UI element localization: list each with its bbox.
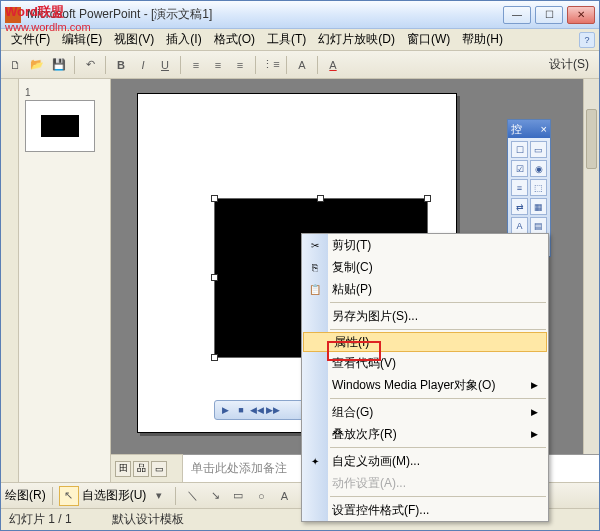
close-button[interactable]: ✕ [567, 6, 595, 24]
menu-view[interactable]: 视图(V) [108, 29, 160, 50]
scrollbar-thumb[interactable] [586, 109, 597, 169]
italic-icon[interactable]: I [133, 55, 153, 75]
stop-icon[interactable]: ■ [235, 404, 247, 416]
design-button[interactable]: 设计(S) [543, 54, 595, 75]
menu-file[interactable]: 文件(F) [5, 29, 56, 50]
ctx-view-code[interactable]: 查看代码(V) [302, 352, 548, 374]
menu-slideshow[interactable]: 幻灯片放映(D) [312, 29, 401, 50]
autoshapes-menu[interactable]: 自选图形(U) [82, 487, 147, 504]
open-icon[interactable]: 📂 [27, 55, 47, 75]
ctrl-btn-6[interactable]: ⇄ [511, 198, 528, 215]
save-icon[interactable]: 💾 [49, 55, 69, 75]
ctrl-btn-9[interactable]: ▤ [530, 217, 547, 234]
ctx-properties[interactable]: 属性(I) [303, 332, 547, 352]
bullets-icon[interactable]: ⋮≡ [261, 55, 281, 75]
ctx-custom-animation[interactable]: ✦自定义动画(M)... [302, 450, 548, 472]
ctx-separator [330, 496, 546, 497]
separator [105, 56, 106, 74]
ctx-format-control[interactable]: 设置控件格式(F)... [302, 499, 548, 521]
oval-icon[interactable]: ○ [251, 486, 271, 506]
ctx-wmp-object[interactable]: Windows Media Player对象(O)▶ [302, 374, 548, 396]
resize-handle-ml[interactable] [211, 274, 218, 281]
ctx-paste[interactable]: 📋粘贴(P) [302, 278, 548, 300]
ctrl-btn-5[interactable]: ⬚ [530, 179, 547, 196]
slide-number: 1 [25, 87, 104, 98]
ctx-order[interactable]: 叠放次序(R)▶ [302, 423, 548, 445]
new-icon[interactable]: 🗋 [5, 55, 25, 75]
window-title: Microsoft PowerPoint - [演示文稿1] [27, 6, 503, 23]
template-name: 默认设计模板 [112, 511, 184, 528]
underline-icon[interactable]: U [155, 55, 175, 75]
ctx-copy[interactable]: ⎘复制(C) [302, 256, 548, 278]
ctx-separator [330, 302, 546, 303]
bold-icon[interactable]: B [111, 55, 131, 75]
align-right-icon[interactable]: ≡ [230, 55, 250, 75]
ctrl-btn-1[interactable]: ▭ [530, 141, 547, 158]
ctx-group[interactable]: 组合(G)▶ [302, 401, 548, 423]
copy-icon: ⎘ [307, 259, 323, 275]
slide-thumbnail-1[interactable] [25, 100, 95, 152]
standard-toolbar: 🗋 📂 💾 ↶ B I U ≡ ≡ ≡ ⋮≡ A A 设计(S) [1, 51, 599, 79]
outline-tab-strip[interactable] [1, 79, 19, 482]
menu-tools[interactable]: 工具(T) [261, 29, 312, 50]
menu-window[interactable]: 窗口(W) [401, 29, 456, 50]
draw-menu[interactable]: 绘图(R) [5, 487, 46, 504]
align-center-icon[interactable]: ≡ [208, 55, 228, 75]
next-icon[interactable]: ▶▶ [267, 404, 279, 416]
resize-handle-tm[interactable] [317, 195, 324, 202]
font-size-inc-icon[interactable]: A [292, 55, 312, 75]
normal-view-icon[interactable]: 田 [115, 461, 131, 477]
view-buttons: 田 品 ▭ [111, 454, 183, 482]
ctx-save-as-picture[interactable]: 另存为图片(S)... [302, 305, 548, 327]
resize-handle-tr[interactable] [424, 195, 431, 202]
context-menu: ✂剪切(T) ⎘复制(C) 📋粘贴(P) 另存为图片(S)... 属性(I) 查… [301, 233, 549, 522]
pointer-icon[interactable]: ↖ [59, 486, 79, 506]
font-color-icon[interactable]: A [323, 55, 343, 75]
undo-icon[interactable]: ↶ [80, 55, 100, 75]
ctrl-btn-2[interactable]: ☑ [511, 160, 528, 177]
toolbox-close-icon[interactable]: × [541, 123, 547, 135]
slideshow-view-icon[interactable]: ▭ [151, 461, 167, 477]
resize-handle-bl[interactable] [211, 354, 218, 361]
menu-format[interactable]: 格式(O) [208, 29, 261, 50]
line-icon[interactable]: ＼ [182, 486, 202, 506]
vertical-scrollbar[interactable] [583, 79, 599, 454]
ctrl-btn-8[interactable]: A [511, 217, 528, 234]
ctrl-btn-3[interactable]: ◉ [530, 160, 547, 177]
help-icon[interactable]: ? [579, 32, 595, 48]
arrow-icon[interactable]: ↘ [205, 486, 225, 506]
toolbox-title-text: 控 [511, 122, 522, 137]
separator [180, 56, 181, 74]
menu-bar: 文件(F) 编辑(E) 视图(V) 插入(I) 格式(O) 工具(T) 幻灯片放… [1, 29, 599, 51]
ctrl-btn-4[interactable]: ≡ [511, 179, 528, 196]
menu-help[interactable]: 帮助(H) [456, 29, 509, 50]
minimize-button[interactable]: — [503, 6, 531, 24]
separator [52, 487, 53, 505]
title-bar: Microsoft PowerPoint - [演示文稿1] — ☐ ✕ [1, 1, 599, 29]
animation-icon: ✦ [307, 453, 323, 469]
control-toolbox-title[interactable]: 控 × [508, 120, 550, 138]
rectangle-icon[interactable]: ▭ [228, 486, 248, 506]
play-icon[interactable]: ▶ [219, 404, 231, 416]
resize-handle-tl[interactable] [211, 195, 218, 202]
submenu-arrow-icon: ▶ [531, 429, 538, 439]
separator [175, 487, 176, 505]
submenu-arrow-icon: ▶ [531, 380, 538, 390]
ctx-separator [330, 447, 546, 448]
app-icon [5, 7, 21, 23]
align-left-icon[interactable]: ≡ [186, 55, 206, 75]
ctrl-btn-7[interactable]: ▦ [530, 198, 547, 215]
ctx-action-settings: 动作设置(A)... [302, 472, 548, 494]
chevron-down-icon[interactable]: ▾ [149, 486, 169, 506]
slide-indicator: 幻灯片 1 / 1 [9, 511, 72, 528]
separator [286, 56, 287, 74]
menu-edit[interactable]: 编辑(E) [56, 29, 108, 50]
ctx-cut[interactable]: ✂剪切(T) [302, 234, 548, 256]
thumbnail-pane: 1 [19, 79, 111, 482]
ctrl-btn-0[interactable]: ☐ [511, 141, 528, 158]
sorter-view-icon[interactable]: 品 [133, 461, 149, 477]
prev-icon[interactable]: ◀◀ [251, 404, 263, 416]
restore-button[interactable]: ☐ [535, 6, 563, 24]
menu-insert[interactable]: 插入(I) [160, 29, 207, 50]
textbox-icon[interactable]: A [274, 486, 294, 506]
